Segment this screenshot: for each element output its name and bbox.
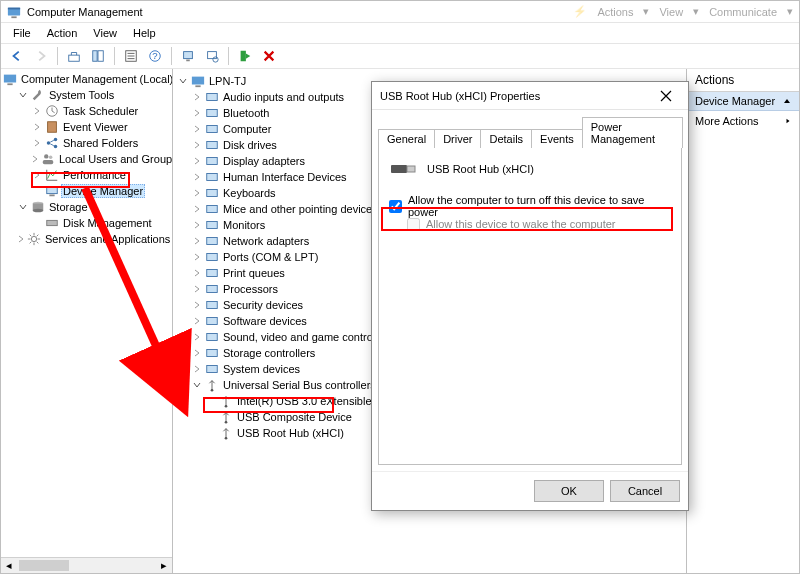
chevron-right-icon[interactable] xyxy=(191,347,203,359)
chevron-right-icon[interactable] xyxy=(191,315,203,327)
check-allow-turnoff[interactable]: Allow the computer to turn off this devi… xyxy=(389,198,671,214)
nav-services-apps[interactable]: Services and Applications xyxy=(3,231,172,247)
svg-rect-18 xyxy=(7,83,12,85)
menu-action[interactable]: Action xyxy=(39,25,86,41)
check-allow-turnoff-input[interactable] xyxy=(389,200,402,213)
category-icon xyxy=(205,138,219,152)
menu-help[interactable]: Help xyxy=(125,25,164,41)
svg-point-24 xyxy=(44,154,48,158)
chevron-right-icon[interactable] xyxy=(191,91,203,103)
chevron-right-icon[interactable] xyxy=(191,283,203,295)
chevron-right-icon[interactable] xyxy=(31,153,39,165)
tab-power-management[interactable]: Power Management xyxy=(582,117,683,148)
svg-rect-47 xyxy=(207,270,218,277)
nav-performance[interactable]: Performance xyxy=(3,167,172,183)
tab-details[interactable]: Details xyxy=(480,129,532,148)
category-icon xyxy=(205,234,219,248)
menu-view[interactable]: View xyxy=(85,25,125,41)
svg-rect-49 xyxy=(207,302,218,309)
properties-dialog: USB Root Hub (xHCI) Properties General D… xyxy=(371,81,689,511)
chevron-right-icon[interactable] xyxy=(191,187,203,199)
nav-device-manager[interactable]: Device Manager xyxy=(3,183,172,199)
chevron-right-icon[interactable] xyxy=(31,137,43,149)
nav-root[interactable]: Computer Management (Local) xyxy=(3,71,172,87)
chevron-right-icon[interactable] xyxy=(191,251,203,263)
toggle-tree-button[interactable] xyxy=(88,46,108,66)
svg-rect-46 xyxy=(207,254,218,261)
chevron-right-icon[interactable] xyxy=(191,219,203,231)
scroll-thumb[interactable] xyxy=(19,560,69,571)
chevron-right-icon[interactable] xyxy=(191,155,203,167)
chevron-right-icon[interactable] xyxy=(31,121,43,133)
chevron-right-icon xyxy=(785,117,791,125)
chevron-right-icon[interactable] xyxy=(191,107,203,119)
chevron-right-icon[interactable] xyxy=(191,235,203,247)
chevron-right-icon[interactable] xyxy=(191,267,203,279)
category-icon xyxy=(205,250,219,264)
svg-rect-28 xyxy=(49,195,54,197)
scroll-right-icon[interactable]: ▸ xyxy=(156,558,172,573)
users-icon xyxy=(41,152,55,166)
tab-events[interactable]: Events xyxy=(531,129,583,148)
svg-rect-26 xyxy=(43,160,54,164)
category-icon xyxy=(205,362,219,376)
scan-hardware-icon[interactable] xyxy=(202,46,222,66)
chevron-down-icon[interactable] xyxy=(177,75,189,87)
nav-storage[interactable]: Storage xyxy=(3,199,172,215)
chevron-right-icon[interactable] xyxy=(191,203,203,215)
svg-rect-27 xyxy=(47,187,58,194)
close-button[interactable] xyxy=(652,82,680,110)
usb-icon xyxy=(219,426,233,440)
chevron-right-icon[interactable] xyxy=(31,105,43,117)
category-icon xyxy=(205,106,219,120)
svg-point-22 xyxy=(54,138,58,142)
chevron-right-icon[interactable] xyxy=(191,171,203,183)
category-icon xyxy=(205,186,219,200)
cancel-button[interactable]: Cancel xyxy=(610,480,680,502)
tab-general[interactable]: General xyxy=(378,129,435,148)
scroll-left-icon[interactable]: ◂ xyxy=(1,558,17,573)
forward-button[interactable] xyxy=(31,46,51,66)
category-icon xyxy=(205,330,219,344)
menu-file[interactable]: File xyxy=(5,25,39,41)
chevron-right-icon[interactable] xyxy=(17,233,25,245)
nav-disk-management[interactable]: Disk Management xyxy=(3,215,172,231)
chevron-down-icon[interactable] xyxy=(17,201,29,213)
svg-rect-16 xyxy=(241,51,246,62)
svg-rect-32 xyxy=(47,220,58,225)
disk-icon xyxy=(45,216,59,230)
up-button[interactable] xyxy=(64,46,84,66)
close-icon xyxy=(660,90,672,102)
chevron-right-icon[interactable] xyxy=(191,139,203,151)
dialog-tab-body: USB Root Hub (xHCI) Allow the computer t… xyxy=(378,147,682,465)
chevron-down-icon[interactable] xyxy=(191,379,203,391)
nav-tree[interactable]: Computer Management (Local) System Tools… xyxy=(1,69,172,557)
nav-shared-folders[interactable]: Shared Folders xyxy=(3,135,172,151)
nav-system-tools[interactable]: System Tools xyxy=(3,87,172,103)
chevron-right-icon[interactable] xyxy=(191,299,203,311)
chevron-right-icon[interactable] xyxy=(191,363,203,375)
nav-scrollbar[interactable]: ◂ ▸ xyxy=(1,557,172,573)
enable-device-icon[interactable] xyxy=(235,46,255,66)
device-icon[interactable] xyxy=(178,46,198,66)
actions-more[interactable]: More Actions xyxy=(687,111,799,131)
chevron-up-icon xyxy=(783,97,791,105)
share-icon xyxy=(45,136,59,150)
uninstall-device-icon[interactable] xyxy=(259,46,279,66)
chevron-right-icon[interactable] xyxy=(31,169,43,181)
nav-task-scheduler[interactable]: Task Scheduler xyxy=(3,103,172,119)
ok-button[interactable]: OK xyxy=(534,480,604,502)
nav-event-viewer[interactable]: Event Viewer xyxy=(3,119,172,135)
svg-point-21 xyxy=(47,141,51,145)
chevron-down-icon[interactable] xyxy=(17,89,29,101)
actions-section[interactable]: Device Manager xyxy=(687,92,799,111)
svg-point-56 xyxy=(225,421,228,424)
nav-local-users[interactable]: Local Users and Groups xyxy=(3,151,172,167)
svg-rect-4 xyxy=(93,51,97,62)
chevron-right-icon[interactable] xyxy=(191,331,203,343)
tab-driver[interactable]: Driver xyxy=(434,129,481,148)
help-button[interactable]: ? xyxy=(145,46,165,66)
chevron-right-icon[interactable] xyxy=(191,123,203,135)
back-button[interactable] xyxy=(7,46,27,66)
properties-button[interactable] xyxy=(121,46,141,66)
